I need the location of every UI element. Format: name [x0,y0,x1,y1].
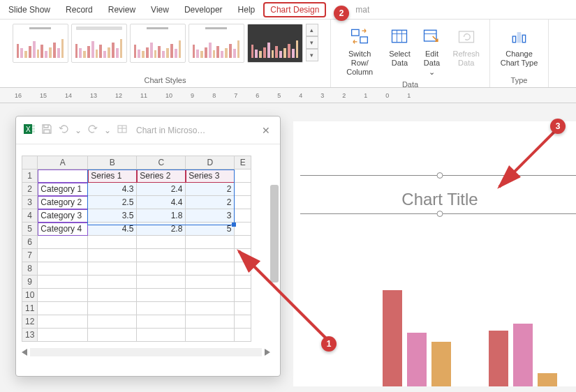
vertical-scroll-thumb[interactable] [270,185,279,282]
styles-scroll-up[interactable]: ▴ [306,24,318,36]
bar-cat1-s2 [407,333,427,386]
change-chart-type-label: Change Chart Type [501,50,538,68]
svg-rect-15 [32,128,35,130]
chart-title[interactable]: Chart Title [293,190,576,209]
select-data-button[interactable]: Select Data [384,24,415,78]
col-header-d[interactable]: D [186,156,235,169]
undo-icon[interactable] [58,123,69,137]
styles-scroll-down[interactable]: ▾ [306,36,318,49]
select-all-corner[interactable] [22,156,38,169]
cell-e2[interactable] [235,183,251,196]
chart-style-5[interactable] [247,24,303,63]
datasheet-title: Chart in Microso… [136,126,253,135]
table-icon[interactable] [117,123,128,137]
callout-badge-2: 2 [334,6,349,21]
col-header-a[interactable]: A [38,156,88,169]
svg-rect-1 [360,37,368,43]
row-header-13[interactable]: 13 [22,329,38,342]
save-icon[interactable] [41,123,52,137]
row-header-7[interactable]: 7 [22,249,38,262]
styles-scroll-more[interactable]: ▾ [306,49,318,61]
menu-record[interactable]: Record [59,2,100,17]
col-header-c[interactable]: C [137,156,186,169]
close-icon[interactable]: ✕ [259,122,273,139]
menu-help[interactable]: Help [231,2,263,17]
cell-a2[interactable]: Category 1 [38,183,88,196]
cell-a4[interactable]: Category 3 [38,209,88,223]
svg-text:X: X [26,126,31,133]
cell-a1[interactable] [38,169,88,183]
cell-e3[interactable] [235,196,251,209]
chart-style-1[interactable] [13,24,68,63]
menu-chart-design[interactable]: Chart Design [263,2,326,17]
row-header-12[interactable]: 12 [22,315,38,329]
row-header-10[interactable]: 10 [22,289,38,302]
chart-style-2[interactable] [71,24,127,63]
vertical-scrollbar[interactable] [270,185,279,341]
change-chart-type-icon [508,25,530,47]
row-header-9[interactable]: 9 [22,276,38,289]
refresh-data-button: Refresh Data [448,24,484,78]
switch-row-column-button[interactable]: Switch Row/ Column [337,24,383,78]
change-chart-type-button[interactable]: Change Chart Type [496,24,542,69]
callout-badge-3: 3 [550,119,566,134]
cell-e5[interactable] [235,223,251,236]
chart-style-4[interactable] [189,24,244,63]
row-header-1[interactable]: 1 [22,169,38,183]
row-header-8[interactable]: 8 [22,262,38,276]
chart-bars [307,275,576,386]
menu-view[interactable]: View [144,2,176,17]
row-header-11[interactable]: 11 [22,302,38,315]
redo-icon[interactable] [87,123,98,137]
ribbon: ▴ ▾ ▾ Chart Styles Switch Row/ Column Se… [0,20,576,88]
ribbon-group-styles-label: Chart Styles [145,74,186,87]
row-header-6[interactable]: 6 [22,236,38,249]
cell-e4[interactable] [235,209,251,223]
horizontal-scrollbar[interactable] [30,348,262,356]
slide-canvas[interactable]: Chart Title X ⌄ ⌄ Chart in Microso… ✕ [0,103,576,392]
col-header-e[interactable]: E [235,156,251,169]
edit-data-label: Edit Data ⌄ [420,50,443,77]
svg-rect-14 [32,125,35,127]
chart-title-handle-top[interactable] [437,172,443,179]
row-header-4[interactable]: 4 [22,209,38,223]
horizontal-ruler: 1615141312111098765432101 [0,88,576,103]
excel-app-icon: X [23,123,36,137]
svg-rect-2 [392,30,407,43]
chart-styles-scroll[interactable]: ▴ ▾ ▾ [306,24,318,61]
refresh-data-label: Refresh Data [452,50,480,68]
switch-label: Switch Row/ Column [341,50,378,77]
row-header-5[interactable]: 5 [22,223,38,236]
bar-cat2-s2 [513,324,533,386]
redo-dropdown[interactable]: ⌄ [104,126,111,135]
data-range-resize-handle[interactable] [232,223,236,227]
svg-rect-11 [523,35,526,43]
select-data-label: Select Data [389,50,411,68]
svg-rect-0 [352,29,360,36]
ribbon-group-data-label: Data [402,78,418,91]
menu-review[interactable]: Review [101,2,142,17]
bar-cat2-s1 [489,331,508,386]
menu-developer[interactable]: Developer [177,2,230,17]
col-header-b[interactable]: B [88,156,137,169]
chart-title-handle-bottom[interactable] [437,211,443,217]
bar-cat1-s1 [383,290,402,386]
cell-e1[interactable] [235,169,251,183]
cell-a5[interactable]: Category 4 [38,223,88,236]
row-header-2[interactable]: 2 [22,183,38,196]
refresh-data-icon [455,25,478,47]
bar-cat2-s3 [538,373,557,386]
menu-slide-show[interactable]: Slide Show [1,2,57,17]
data-range-outline[interactable] [87,169,235,225]
cell-a3[interactable]: Category 2 [38,196,88,209]
svg-rect-10 [518,33,521,43]
undo-dropdown[interactable]: ⌄ [75,126,82,135]
datasheet-titlebar[interactable]: X ⌄ ⌄ Chart in Microso… ✕ [16,116,280,144]
chart-style-3[interactable] [130,24,186,63]
svg-rect-16 [32,130,35,133]
row-header-3[interactable]: 3 [22,196,38,209]
edit-data-icon [420,25,443,47]
embedded-datasheet-window[interactable]: X ⌄ ⌄ Chart in Microso… ✕ A B C D E [15,116,281,377]
edit-data-button[interactable]: Edit Data ⌄ [416,24,447,78]
menu-format-fragment[interactable]: mat [348,2,376,17]
